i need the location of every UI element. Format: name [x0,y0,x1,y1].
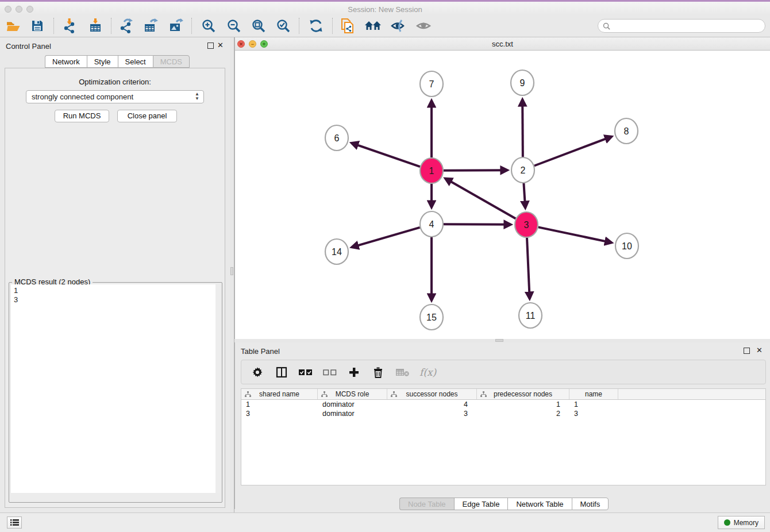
horizontal-splitter-handle[interactable] [495,339,503,342]
save-session-icon[interactable] [26,17,48,35]
graph-edge-1-6[interactable] [352,143,420,167]
zoom-out-icon[interactable] [223,17,245,35]
control-panel-header: Control Panel ✕ [0,37,230,55]
column-header-name[interactable]: name [569,389,618,399]
result-scrollbar[interactable] [215,284,220,493]
graph-edge-2-9[interactable] [522,99,523,157]
graph-edge-3-11[interactable] [527,238,530,299]
toolbar-separator [191,18,192,34]
tab-edge-table[interactable]: Edge Table [454,498,508,510]
close-panel-button[interactable]: Close panel [117,110,177,122]
column-header-predecessor-nodes[interactable]: predecessor nodes [477,389,569,399]
graph-node-label-14: 14 [332,247,342,257]
status-bar: Memory [0,512,770,532]
export-network-icon[interactable] [115,17,137,35]
table-cell[interactable]: 2 [477,409,569,418]
network-window-title: scc.txt [235,40,770,48]
search-input[interactable] [613,22,760,30]
control-panel: Control Panel ✕ Network Style Select MCD… [0,37,230,512]
graph-edge-3-10[interactable] [538,227,612,242]
export-image-icon[interactable] [165,17,187,35]
graph-node-label-3: 3 [524,220,529,230]
import-table-icon[interactable] [84,17,106,35]
vertical-splitter[interactable] [230,37,234,512]
select-all-checkboxes-icon[interactable] [299,365,313,379]
close-table-panel-icon[interactable]: ✕ [756,346,763,354]
table-cell[interactable]: 1 [241,400,318,409]
toolbar-separator [111,18,111,34]
vertical-splitter-handle[interactable] [230,267,233,275]
tab-node-table[interactable]: Node Table [399,498,454,510]
hide-graphics-details-icon[interactable] [387,17,409,35]
tab-network-table[interactable]: Network Table [507,498,571,510]
mcds-result-text[interactable]: 1 3 [11,284,220,493]
table-cell[interactable]: 3 [569,409,618,418]
clone-network-icon[interactable] [337,17,359,35]
graph-edge-2-8[interactable] [534,137,612,166]
column-label: successor nodes [406,390,457,398]
float-panel-icon[interactable] [207,43,214,49]
table-panel-header: Table Panel ✕ [235,342,770,360]
network-window-titlebar: ✕ − + scc.txt [235,37,770,51]
zoom-selected-icon[interactable] [272,17,294,35]
table-cell[interactable]: 3 [387,409,477,418]
table-cell[interactable]: dominator [318,409,387,418]
home-views-icon[interactable] [362,17,384,35]
graph-edge-2-3[interactable] [523,183,525,208]
tab-mcds[interactable]: MCDS [153,55,190,68]
function-builder-icon: f(x) [419,367,436,378]
memory-status-icon [724,519,730,526]
graph-edge-3-1[interactable] [445,179,516,219]
table-cell[interactable]: dominator [318,400,387,409]
export-table-icon[interactable] [140,17,161,35]
table-row[interactable]: 3dominator323 [241,409,765,418]
split-columns-icon[interactable] [275,365,288,379]
table-panel-title: Table Panel [241,347,280,356]
open-session-icon[interactable] [3,17,25,35]
table-cell[interactable]: 4 [387,400,477,409]
column-label: shared name [259,390,299,398]
main-toolbar [0,15,770,37]
toolbar-separator [53,18,54,34]
graph-edge-1-2[interactable] [444,170,507,171]
graph-node-label-2: 2 [521,165,526,175]
show-panels-button[interactable] [7,516,22,529]
graph-edge-4-3[interactable] [444,224,511,225]
deselect-all-checkboxes-icon[interactable] [323,365,337,379]
table-cell[interactable]: 1 [569,400,618,409]
table-cell[interactable]: 1 [477,400,569,409]
float-table-panel-icon[interactable] [744,348,750,354]
show-graphics-details-icon[interactable] [413,17,434,35]
toolbar-separator [332,18,333,34]
network-canvas[interactable]: 7968124314101511 [235,51,770,339]
column-header-successor-nodes[interactable]: successor nodes [387,389,477,399]
tab-network[interactable]: Network [45,55,87,68]
memory-button[interactable]: Memory [718,516,765,529]
zoom-in-icon[interactable] [198,17,220,35]
column-header-shared-name[interactable]: shared name [241,389,318,399]
zoom-fit-icon[interactable] [248,17,270,35]
table-panel: Table Panel ✕ [234,342,770,509]
graph-node-label-7: 7 [429,79,434,89]
run-mcds-button[interactable]: Run MCDS [55,110,109,122]
network-view-window: ✕ − + scc.txt 7968124314101511 [234,37,770,339]
column-header-MCDS-role[interactable]: MCDS role [318,389,387,399]
add-column-icon[interactable] [347,365,361,379]
search-icon [603,22,610,30]
tab-style[interactable]: Style [87,55,118,68]
settings-gear-icon[interactable] [251,365,264,379]
delete-column-icon[interactable] [371,365,385,379]
table-row[interactable]: 1dominator411 [241,400,765,409]
criterion-dropdown[interactable]: strongly connected component ▲▼ [26,90,204,103]
graph-edge-4-14[interactable] [352,228,420,248]
close-panel-icon[interactable]: ✕ [217,41,224,49]
search-box [598,19,765,33]
table-cell[interactable]: 3 [241,409,318,418]
import-network-icon[interactable] [59,17,80,35]
dropdown-stepper-icon: ▲▼ [195,92,199,101]
table-toolbar: f(x) [241,360,766,384]
refresh-layout-icon[interactable] [305,17,327,35]
tab-motifs[interactable]: Motifs [572,498,609,510]
column-label: predecessor nodes [494,390,552,398]
tab-select[interactable]: Select [118,55,153,68]
